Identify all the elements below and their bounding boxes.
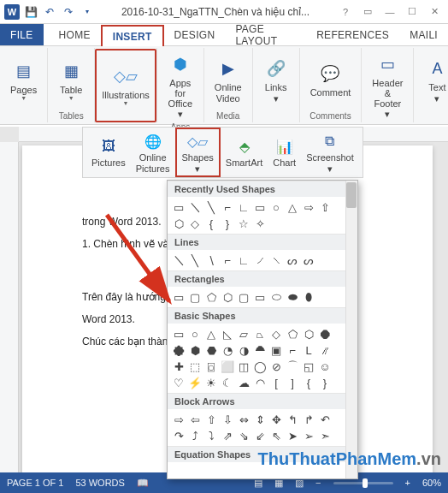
- shape-line[interactable]: ╲: [203, 199, 219, 215]
- smartart-button[interactable]: ⬘ SmartArt: [221, 134, 268, 169]
- shape-teardrop[interactable]: ⯊: [252, 342, 268, 358]
- shape-textbox[interactable]: ▭: [171, 326, 186, 342]
- ribbon-display-icon[interactable]: ▭: [357, 3, 378, 21]
- shape-rounded-rect[interactable]: ▢: [187, 289, 203, 305]
- shape-arrow-uturn[interactable]: ↶: [317, 412, 333, 427]
- redo-icon[interactable]: ↷: [60, 3, 77, 21]
- shape-scribble[interactable]: ᔕ: [301, 252, 316, 268]
- illustrations-button[interactable]: ◇▱ Illustrations ▼: [95, 49, 156, 122]
- shape-snip-rect[interactable]: ⬠: [203, 289, 219, 305]
- shape-diamond[interactable]: ◇: [187, 216, 203, 231]
- screenshot-button[interactable]: ⧉ Screenshot ▾: [301, 129, 359, 175]
- shape-cloud[interactable]: ☁: [236, 375, 251, 390]
- shape-diamond[interactable]: ◇: [268, 326, 284, 342]
- shape-blockarc[interactable]: ⌒: [285, 359, 300, 374]
- tab-mailings[interactable]: MAILI: [399, 24, 448, 45]
- pictures-button[interactable]: 🖼 Pictures: [86, 134, 131, 169]
- page-indicator[interactable]: PAGE 1 OF 1: [7, 478, 63, 488]
- shape-oval[interactable]: ○: [268, 199, 284, 215]
- shape-bevel[interactable]: ◫: [236, 359, 251, 374]
- shape-arc[interactable]: ◠: [252, 375, 268, 390]
- shape-round-rect[interactable]: ▭: [252, 289, 268, 305]
- undo-icon[interactable]: ↶: [41, 3, 58, 21]
- shape-triangle[interactable]: △: [203, 326, 219, 342]
- shape-arrow-ud[interactable]: ⇕: [252, 412, 268, 427]
- shape-hex[interactable]: ⬡: [171, 216, 186, 231]
- shape-plaque[interactable]: ⬚: [187, 359, 203, 374]
- shape-pentagon[interactable]: ⬠: [285, 326, 300, 342]
- shape-star[interactable]: ☆: [236, 216, 251, 231]
- vertical-ruler[interactable]: [0, 142, 19, 472]
- shape-arrow[interactable]: ➤: [285, 428, 300, 443]
- online-video-button[interactable]: ▶ Online Video: [209, 54, 247, 105]
- zoom-in-icon[interactable]: +: [405, 478, 410, 488]
- dropdown-scrollbar[interactable]: [345, 181, 357, 478]
- shape-octagon[interactable]: ⯄: [171, 342, 186, 358]
- help-icon[interactable]: ?: [335, 3, 356, 21]
- tab-home[interactable]: HOME: [49, 24, 101, 45]
- shape-plus[interactable]: ✚: [171, 359, 186, 374]
- shape-rect[interactable]: ▭: [252, 199, 268, 215]
- minimize-icon[interactable]: —: [380, 3, 400, 21]
- shape-snip-rect[interactable]: ⬡: [220, 289, 235, 305]
- shape-arrow-bent[interactable]: ↰: [285, 412, 300, 427]
- shape-round-rect[interactable]: ⬭: [268, 289, 284, 305]
- shape-brace[interactable]: {: [203, 216, 219, 231]
- language-icon[interactable]: 📖: [137, 478, 149, 489]
- text-button[interactable]: A Text ▾: [419, 54, 448, 105]
- shape-line[interactable]: ∖: [203, 252, 219, 268]
- qat-customize-icon[interactable]: ▾: [79, 3, 96, 21]
- shape-arrow[interactable]: ↷: [171, 428, 186, 443]
- shape-arrow-right[interactable]: ⇨: [171, 412, 186, 427]
- shape-bracket[interactable]: [: [268, 375, 284, 390]
- shape-triangle[interactable]: △: [285, 199, 300, 215]
- links-button[interactable]: 🔗 Links ▾: [258, 54, 294, 105]
- shape-rect[interactable]: ▭: [171, 289, 186, 305]
- shape-frame[interactable]: ▣: [268, 342, 284, 358]
- table-button[interactable]: ▦ Table ▼: [53, 56, 89, 104]
- shape-parallelogram[interactable]: ▱: [236, 326, 251, 342]
- shape-chord[interactable]: ◑: [236, 342, 251, 358]
- shape-elbow[interactable]: ∟: [236, 252, 251, 268]
- shape-heptagon[interactable]: ⯃: [317, 326, 333, 342]
- shape-arrow-down[interactable]: ⇩: [220, 412, 235, 427]
- shape-trapezoid[interactable]: ⏢: [252, 326, 268, 342]
- online-pictures-button[interactable]: 🌐 Online Pictures: [131, 129, 175, 175]
- shape-round-rect[interactable]: ▢: [236, 289, 251, 305]
- close-icon[interactable]: ✕: [424, 3, 445, 21]
- shape-brace[interactable]: {: [301, 375, 316, 390]
- shape-round-rect[interactable]: ⬮: [301, 289, 316, 305]
- shape-arrow[interactable]: ⇧: [317, 199, 333, 215]
- shape-arrow-lr[interactable]: ⇔: [236, 412, 251, 427]
- shape-noentry[interactable]: ⊘: [268, 359, 284, 374]
- shape-line[interactable]: ＼: [171, 252, 186, 268]
- shape-connector[interactable]: ⌐: [220, 199, 235, 215]
- shape-textbox[interactable]: ▭: [171, 199, 186, 215]
- shape-brace[interactable]: }: [317, 375, 333, 390]
- shape-arrow[interactable]: ⇘: [236, 428, 251, 443]
- shape-line[interactable]: ＼: [187, 199, 203, 215]
- apps-button[interactable]: ⬢ Apps for Office ▾: [162, 50, 198, 122]
- shape-diagstripe[interactable]: ⫽: [317, 342, 333, 358]
- shape-arrow-quad[interactable]: ✥: [268, 412, 284, 427]
- shape-arrow[interactable]: ⤵: [203, 428, 219, 443]
- shape-lightning[interactable]: ⚡: [187, 375, 203, 390]
- chart-button[interactable]: 📊 Chart: [268, 134, 301, 169]
- shape-can[interactable]: ⌼: [203, 359, 219, 374]
- pages-button[interactable]: ▤ Pages ▼: [5, 56, 42, 104]
- shape-freeform[interactable]: ᔕ: [285, 252, 300, 268]
- shape-arrow[interactable]: ⇙: [252, 428, 268, 443]
- shape-star[interactable]: ✧: [252, 216, 268, 231]
- shape-bracket[interactable]: ]: [285, 375, 300, 390]
- shape-arrow[interactable]: ⇗: [220, 428, 235, 443]
- maximize-icon[interactable]: ☐: [402, 3, 422, 21]
- shape-foldedcorner[interactable]: ◱: [301, 359, 316, 374]
- shape-connector[interactable]: ∟: [236, 199, 251, 215]
- tab-design[interactable]: DESIGN: [164, 24, 226, 45]
- shape-curve[interactable]: ⟍: [268, 252, 284, 268]
- shape-rtriangle[interactable]: ◺: [220, 326, 235, 342]
- comment-button[interactable]: 💬 Comment: [305, 59, 357, 100]
- shape-arrow[interactable]: ➣: [317, 428, 333, 443]
- shape-dodecagon[interactable]: ⬣: [203, 342, 219, 358]
- shape-heart[interactable]: ♡: [171, 375, 186, 390]
